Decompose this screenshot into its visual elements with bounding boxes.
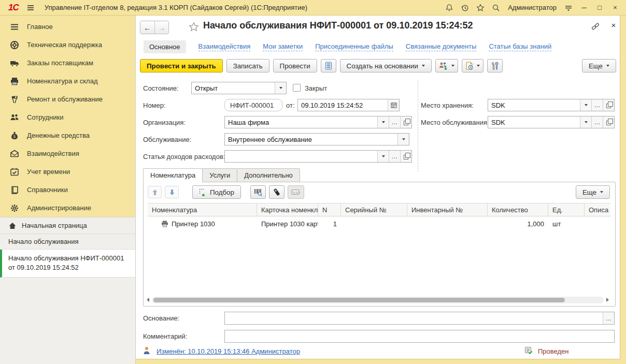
tab-services[interactable]: Услуги [202, 168, 237, 182]
service-combo[interactable]: Внутреннее обслуживание [224, 133, 409, 145]
state-value[interactable]: Открыт [192, 82, 275, 94]
tools-button[interactable] [487, 59, 503, 72]
minimize-button[interactable]: ─ [577, 2, 591, 14]
tab-additional[interactable]: Дополнительно [237, 168, 300, 182]
storage-place-value[interactable]: SDK [488, 99, 580, 111]
table-more-button[interactable]: Еще [576, 185, 610, 199]
service-place-combo[interactable]: SDK … [488, 116, 615, 128]
save-button[interactable]: Записать [226, 59, 269, 72]
expense-item-value[interactable] [225, 151, 377, 162]
table-row[interactable]: Принтер 1030 Принтер 1030 карт... 1 1,00… [148, 217, 610, 230]
modified-link[interactable]: Изменён: 10.10.2019 15:13:46 Администрат… [156, 347, 300, 355]
organization-dropdown-button[interactable] [377, 117, 389, 128]
scroll-left-icon[interactable] [147, 298, 149, 302]
move-down-button[interactable] [165, 186, 179, 198]
close-window-button[interactable]: × [608, 2, 622, 14]
open-window-item[interactable]: Начало обслуживания [0, 234, 135, 250]
expense-item-combo[interactable]: … [224, 150, 412, 163]
date-value[interactable]: 09.10.2019 15:24:52 [298, 99, 388, 111]
storage-choose-button[interactable]: … [591, 99, 603, 111]
service-place-dropdown-button[interactable] [580, 117, 591, 128]
column-header[interactable]: Инвентарный № [407, 203, 488, 216]
cell-unit[interactable]: шт [548, 217, 585, 230]
storage-open-button[interactable] [603, 99, 614, 111]
maximize-button[interactable]: □ [593, 2, 606, 14]
expense-choose-button[interactable]: … [389, 151, 400, 162]
tab-my-notes[interactable]: Мои заметки [263, 42, 303, 51]
notifications-bell-button[interactable] [443, 2, 456, 14]
service-place-choose-button[interactable]: … [591, 117, 603, 128]
history-button[interactable] [458, 2, 472, 14]
sidebar-item-time-tracking[interactable]: Учет времени [0, 163, 135, 181]
cell-inventory-number[interactable] [407, 221, 488, 226]
cell-serial-number[interactable] [341, 221, 407, 226]
column-header[interactable]: Ед. [548, 203, 585, 216]
column-header[interactable]: Серийный № [341, 203, 407, 216]
service-place-value[interactable]: SDK [488, 117, 580, 128]
number-field[interactable]: НФИТ-000001 [224, 99, 282, 111]
service-menu-button[interactable] [562, 2, 575, 14]
state-combo[interactable]: Открыт [191, 82, 287, 94]
organization-choose-button[interactable]: … [389, 117, 400, 128]
column-header[interactable]: Описа [585, 203, 610, 216]
more-button[interactable]: Еще [582, 59, 616, 72]
sidebar-item-supplier-orders[interactable]: Заказы поставщикам [0, 54, 135, 72]
close-form-button[interactable]: × [608, 21, 619, 30]
back-button[interactable]: ← [140, 21, 154, 34]
expense-dropdown-button[interactable] [377, 151, 389, 162]
column-header[interactable]: N [318, 203, 341, 216]
register-records-button[interactable] [321, 59, 336, 72]
enter-quantity-button[interactable]: 0-9 [288, 185, 304, 199]
sidebar-item-nomenclature[interactable]: Номенклатура и склад [0, 72, 135, 90]
scroll-right-icon[interactable] [606, 298, 609, 302]
sidebar-item-main[interactable]: Главное [0, 18, 135, 36]
favorites-star-button[interactable] [474, 2, 487, 14]
pick-button[interactable]: Подбор [192, 185, 241, 199]
horizontal-scrollbar[interactable] [147, 296, 609, 303]
storage-place-combo[interactable]: SDK … [488, 99, 615, 111]
basis-input[interactable] [225, 312, 603, 324]
add-to-favorites-button[interactable] [189, 22, 199, 32]
expense-open-button[interactable] [400, 151, 411, 162]
sidebar-item-repair-service[interactable]: Ремонт и обслуживание [0, 90, 135, 108]
comment-input[interactable] [225, 330, 614, 342]
cell-quantity[interactable]: 1,000 [488, 217, 548, 230]
create-based-on-button[interactable]: Создать на основании [340, 59, 432, 72]
service-value[interactable]: Внутреннее обслуживание [225, 134, 397, 145]
calendar-button[interactable] [388, 99, 399, 111]
organization-open-button[interactable] [400, 117, 411, 128]
basis-choose-button[interactable]: … [603, 312, 614, 324]
barcode-search-button[interactable] [250, 185, 266, 199]
sidebar-item-employees[interactable]: Сотрудники [0, 108, 135, 126]
current-user[interactable]: Администратор [508, 4, 557, 11]
tab-interactions[interactable]: Взаимодействия [198, 42, 251, 51]
scrollbar-track[interactable] [152, 297, 604, 303]
tab-attached-files[interactable]: Присоединенные файлы [315, 42, 393, 51]
sidebar-item-interactions[interactable]: Взаимодействия [0, 144, 135, 163]
sidebar-item-references[interactable]: Справочники [0, 181, 135, 199]
post-and-close-button[interactable]: Провести и закрыть [140, 59, 223, 72]
tab-nomenclature[interactable]: Номенклатура [143, 168, 203, 182]
organization-value[interactable]: Наша фирма [225, 117, 377, 128]
hamburger-menu-icon[interactable] [24, 2, 37, 14]
service-place-open-button[interactable] [603, 117, 614, 128]
active-window-item[interactable]: Начало обслуживания НФИТ-000001 от 09.10… [0, 250, 135, 278]
get-link-button[interactable] [591, 22, 600, 31]
sidebar-item-tech-support[interactable]: Техническая поддержка [0, 36, 135, 54]
column-header[interactable]: Количество [488, 203, 548, 216]
date-field-group[interactable]: 09.10.2019 15:24:52 [297, 99, 400, 111]
closed-checkbox[interactable] [293, 84, 301, 92]
state-dropdown-button[interactable] [275, 82, 286, 94]
scanner-button[interactable] [269, 185, 284, 199]
document-history-button[interactable] [462, 59, 483, 72]
tab-knowledge-base[interactable]: Статьи базы знаний [489, 42, 551, 51]
assign-responsible-button[interactable] [435, 59, 458, 72]
service-dropdown-button[interactable] [397, 134, 409, 145]
organization-combo[interactable]: Наша фирма … [224, 116, 412, 128]
scrollbar-thumb[interactable] [153, 298, 565, 302]
cell-card[interactable]: Принтер 1030 карт... [257, 217, 318, 230]
cell-nomenclature[interactable]: Принтер 1030 [148, 217, 257, 230]
move-up-button[interactable] [148, 186, 162, 198]
home-page-item[interactable]: Начальная страница [0, 217, 135, 234]
cell-line-number[interactable]: 1 [318, 217, 341, 230]
